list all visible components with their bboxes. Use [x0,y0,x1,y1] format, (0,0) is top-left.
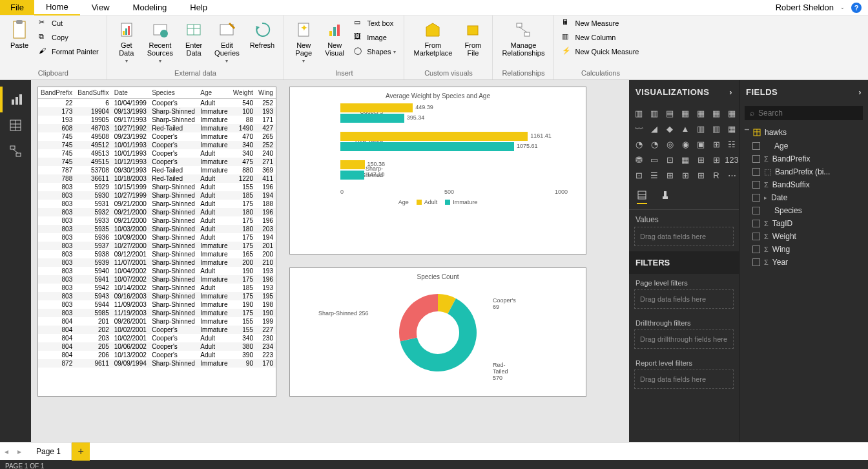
image-button[interactable]: 🖼Image [351,31,398,44]
new-page-button[interactable]: ✦New Page▾ [289,17,318,67]
table-row[interactable]: 6084870310/27/1992Red-TailedImmature1490… [38,124,276,132]
table-row[interactable]: 872961109/09/1994Sharp-ShinnedImmature90… [38,359,276,368]
field-item[interactable]: ΣWeight [739,230,868,243]
checkbox[interactable] [752,207,760,214]
table-row[interactable]: 803593911/07/2001Sharp-ShinnedImmature20… [38,258,276,267]
legend-item[interactable]: Adult [417,199,438,205]
viz-type-button[interactable]: ◉ [678,137,692,151]
recent-sources-button[interactable]: Recent Sources▾ [143,17,177,67]
viz-type-button[interactable]: ⊞ [663,168,677,182]
help-icon[interactable]: ? [851,3,862,13]
field-item[interactable]: ΣWing [739,243,868,256]
field-item[interactable]: ΣBandSuffix [739,178,868,191]
new-column-button[interactable]: ▥New Column [559,31,641,44]
viz-type-button[interactable]: ⋯ [725,168,739,182]
chevron-right-icon[interactable]: › [729,87,732,97]
table-row[interactable]: 803593309/21/2000Sharp-ShinnedAdult17519… [38,216,276,225]
checkbox[interactable] [752,258,760,266]
chevron-right-icon[interactable]: › [858,87,862,97]
table-row[interactable]: 803594309/16/2003Sharp-ShinnedImmature17… [38,292,276,300]
model-view-button[interactable] [0,138,31,164]
column-header[interactable]: Weight [231,87,256,99]
table-row[interactable]: 803593510/03/2000Sharp-ShinnedAdult18020… [38,225,276,233]
tab-help[interactable]: Help [178,0,219,15]
viz-type-button[interactable]: ☷ [725,137,739,151]
checkbox[interactable] [752,233,760,240]
checkbox[interactable] [752,220,760,227]
table-visual[interactable]: BandPrefixBandSuffixDateSpeciesAgeWeight… [37,87,276,397]
viz-type-button[interactable]: ⊞ [678,168,692,182]
search-input[interactable] [758,109,858,118]
manage-relationships-button[interactable]: Manage Relationships [498,17,548,59]
enter-data-button[interactable]: Enter Data [180,17,208,59]
viz-type-button[interactable]: ▥ [694,121,708,136]
table-row[interactable]: 80420210/02/2001Cooper'sImmature155227 [38,326,276,334]
tab-home[interactable]: Home [34,0,80,16]
column-header[interactable]: Date [112,87,149,99]
chevron-down-icon[interactable]: ⌄ [840,5,845,10]
table-row[interactable]: 7454950809/23/1992Cooper'sImmature470265 [38,132,276,141]
viz-type-button[interactable]: ⊞ [694,152,708,167]
viz-type-button[interactable]: ☰ [647,168,661,182]
viz-type-button[interactable]: ▣ [694,137,708,151]
new-measure-button[interactable]: 🖩New Measure [559,17,641,30]
column-header[interactable]: BandPrefix [38,87,75,99]
field-item[interactable]: ▸Date [739,191,868,204]
table-row[interactable]: 803594411/09/2003Sharp-ShinnedImmature19… [38,300,276,309]
table-row[interactable]: 1931990509/17/1993Sharp-ShinnedImmature8… [38,116,276,124]
viz-type-button[interactable]: ⊞ [709,137,723,151]
bar[interactable]: 150.38 [340,160,365,169]
table-row[interactable]: 803594210/14/2002Sharp-ShinnedAdult18519… [38,284,276,292]
column-header[interactable]: Age [198,87,231,99]
page-prev-button[interactable]: ◂ [0,443,13,461]
from-file-button[interactable]: From File [459,17,487,59]
viz-type-button[interactable]: ▦ [709,106,723,120]
bar[interactable]: 1075.61 [340,142,514,151]
bar-chart-visual[interactable]: Average Weight by Species and Age Cooper… [289,87,586,255]
viz-type-button[interactable]: ▲ [678,121,692,136]
report-canvas[interactable]: BandPrefixBandSuffixDateSpeciesAgeWeight… [31,80,629,442]
checkbox[interactable] [752,155,760,163]
bar[interactable]: 449.39 [340,103,413,112]
donut-slice[interactable] [399,294,438,341]
viz-type-button[interactable]: ▥ [632,106,646,120]
bar[interactable]: 1161.41 [340,132,528,141]
viz-type-button[interactable]: ▦ [725,121,739,136]
viz-type-button[interactable]: ▭ [647,152,661,167]
table-row[interactable]: 7454951510/12/1993Cooper'sImmature475271 [38,158,276,166]
page-next-button[interactable]: ▸ [13,443,26,461]
drill-filters-well[interactable]: Drag drillthrough fields here [634,329,734,349]
table-row[interactable]: 803593109/21/2000Sharp-ShinnedAdult17518… [38,200,276,208]
table-row[interactable]: 22610/04/1999Cooper'sAdult540252 [38,99,276,108]
field-item[interactable]: ΣTagID [739,217,868,230]
add-page-button[interactable]: + [72,443,90,461]
page-filters-well[interactable]: Drag data fields here [634,289,734,309]
new-quick-measure-button[interactable]: ⚡New Quick Measure [559,45,641,58]
bar[interactable]: 395.34 [340,114,404,123]
expand-icon[interactable]: ▸ [764,194,767,201]
table-node[interactable]: ▔ hawks [739,125,868,140]
column-header[interactable]: Species [149,87,198,99]
table-row[interactable]: 803594110/07/2002Sharp-ShinnedImmature17… [38,275,276,284]
viz-type-button[interactable]: ▦ [678,152,692,167]
report-filters-well[interactable]: Drag data fields here [634,370,734,389]
table-row[interactable]: 80420310/02/2001Cooper'sAdult340230 [38,334,276,342]
page-tab[interactable]: Page 1 [26,443,72,460]
viz-type-button[interactable]: 123 [725,152,739,167]
table-row[interactable]: 803593710/27/2000Sharp-ShinnedImmature17… [38,242,276,250]
fields-tab[interactable] [637,190,647,204]
viz-type-button[interactable]: ⊞ [694,168,708,182]
checkbox[interactable] [752,194,760,202]
table-row[interactable]: 7454951210/01/1993Cooper'sImmature340252 [38,141,276,149]
field-item[interactable]: Age [739,140,868,152]
data-view-button[interactable] [0,112,31,138]
tab-view[interactable]: View [80,0,121,15]
viz-type-button[interactable]: ▤ [663,106,677,120]
checkbox[interactable] [752,181,760,189]
bar[interactable]: 147.10 [340,171,364,180]
report-view-button[interactable] [0,87,31,112]
viz-type-button[interactable]: 〰 [632,121,646,136]
table-row[interactable]: 803593610/09/2000Sharp-ShinnedAdult17519… [38,233,276,242]
table-row[interactable]: 803593809/12/2001Sharp-ShinnedImmature16… [38,250,276,258]
donut-chart-visual[interactable]: Species Count Cooper's 69Red-Tailed 570S… [289,267,586,397]
